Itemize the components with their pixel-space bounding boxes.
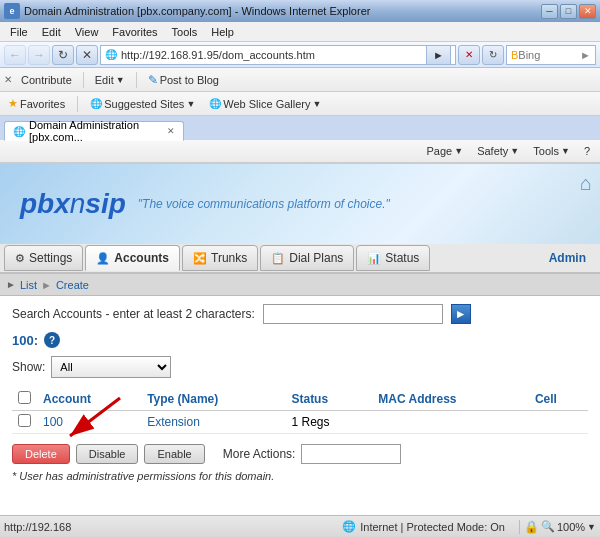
settings-label: Settings [29,251,72,265]
zoom-value: 100% [557,521,585,533]
close-button[interactable]: ✕ [579,4,596,19]
search-row: Search Accounts - enter at least 2 chara… [12,304,588,324]
type-link[interactable]: Extension [147,415,200,429]
forward-button[interactable]: → [28,45,50,65]
help-icon[interactable]: ? [44,332,60,348]
account-link[interactable]: 100 [43,415,63,429]
edit-label: Edit [95,74,114,86]
ie-logo-icon: e [4,3,20,19]
web-slice-icon: 🌐 [209,98,221,109]
nav-tab-trunks[interactable]: 🔀 Trunks [182,245,258,271]
admin-link[interactable]: Admin [539,251,596,265]
search-input[interactable] [518,49,580,61]
select-all-checkbox[interactable] [18,391,31,404]
post-to-blog-label: Post to Blog [160,74,219,86]
suggested-sites-label: Suggested Sites [104,98,184,110]
col-account: Account [37,388,141,411]
show-select[interactable]: All Active Inactive [51,356,171,378]
logo-tagline: "The voice communications platform of ch… [138,197,390,211]
nav-tab-settings[interactable]: ⚙ Settings [4,245,83,271]
minimize-button[interactable]: ─ [541,4,558,19]
tab-domain-admin[interactable]: 🌐 Domain Administration [pbx.com... ✕ [4,121,184,141]
menu-favorites[interactable]: Favorites [106,25,163,39]
enable-button[interactable]: Enable [144,444,204,464]
status-icon: 📊 [367,252,381,265]
page-dropdown-icon: ▼ [454,146,463,156]
tools-dropdown-icon: ▼ [561,146,570,156]
col-status: Status [285,388,372,411]
row-checkbox[interactable] [18,414,31,427]
address-ie-icon: 🌐 [105,49,117,60]
menu-tools[interactable]: Tools [166,25,204,39]
dial-plans-label: Dial Plans [289,251,343,265]
nav-tabs: ⚙ Settings 👤 Accounts 🔀 Trunks 📋 Dial Pl… [0,244,600,274]
search-field[interactable] [263,304,443,324]
favorites-button[interactable]: ★ Favorites [4,95,69,112]
search-box[interactable]: B ► [506,45,596,65]
toolbar-sep-1 [83,72,84,88]
logo-pbxn: pbxnsip [20,188,126,219]
page-button[interactable]: Page ▼ [421,143,470,159]
back-button[interactable]: ← [4,45,26,65]
logo-pbx: pbx [20,188,70,219]
favorites-label: Favorites [20,98,65,110]
note-text: * User has administrative permissions fo… [12,470,588,482]
disable-button[interactable]: Disable [76,444,139,464]
edit-dropdown-icon[interactable]: ▼ [116,75,125,85]
web-slice-gallery-button[interactable]: 🌐 Web Slice Gallery ▼ [205,96,325,112]
refresh-page-button[interactable]: ↻ [482,45,504,65]
delete-button[interactable]: Delete [12,444,70,464]
toolbar: ✕ Contribute Edit ▼ ✎ Post to Blog [0,68,600,92]
zoom-control[interactable]: 🔒 🔍 100% ▼ [519,520,596,534]
nav-tab-dial-plans[interactable]: 📋 Dial Plans [260,245,354,271]
status-url: http://192.168 [4,521,328,533]
action-row: Delete Disable Enable More Actions: [12,444,588,464]
window-controls[interactable]: ─ □ ✕ [541,4,596,19]
home-icon[interactable]: ⌂ [580,172,592,195]
menu-edit[interactable]: Edit [36,25,67,39]
contribute-button[interactable]: Contribute [16,72,77,88]
tab-bar: 🌐 Domain Administration [pbx.com... ✕ [0,116,600,140]
table-row: 100 Extension 1 Regs [12,411,588,434]
page-label: Page [427,145,453,157]
nav-tab-status[interactable]: 📊 Status [356,245,430,271]
show-row: Show: All Active Inactive [12,356,588,378]
breadcrumb-list[interactable]: List [20,279,37,291]
address-bar[interactable]: 🌐 ► [100,45,456,65]
search-go-icon[interactable]: ► [580,49,591,61]
refresh-button[interactable]: ↻ [52,45,74,65]
tab-close-icon[interactable]: ✕ [167,126,175,136]
col-type-name: Type (Name) [141,388,285,411]
status-bar: http://192.168 🌐 Internet | Protected Mo… [0,515,600,537]
post-to-blog-button[interactable]: ✎ Post to Blog [143,71,224,89]
maximize-button[interactable]: □ [560,4,577,19]
stop-button[interactable]: ✕ [76,45,98,65]
stop-load-button[interactable]: ✕ [458,45,480,65]
tools-button[interactable]: Tools ▼ [527,143,576,159]
tab-label: Domain Administration [pbx.com... [29,119,161,143]
count-link[interactable]: 100: [12,333,38,348]
address-input[interactable] [121,49,426,61]
status-label: Status [385,251,419,265]
help-button[interactable]: ? [578,143,596,159]
protected-mode-text: Internet | Protected Mode: On [360,521,505,533]
zoom-dropdown-icon[interactable]: ▼ [587,522,596,532]
safety-button[interactable]: Safety ▼ [471,143,525,159]
menu-file[interactable]: File [4,25,34,39]
suggested-sites-button[interactable]: 🌐 Suggested Sites ▼ [86,96,199,112]
accounts-icon: 👤 [96,252,110,265]
show-label: Show: [12,360,45,374]
more-actions-field[interactable] [301,444,401,464]
title-bar-left: e Domain Administration [pbx.company.com… [4,3,370,19]
col-cell: Cell [529,388,588,411]
safety-label: Safety [477,145,508,157]
menu-view[interactable]: View [69,25,105,39]
edit-button[interactable]: Edit ▼ [90,72,130,88]
search-button[interactable]: ► [451,304,471,324]
toolbar-sep-2 [136,72,137,88]
fav-sep [77,96,78,112]
go-button[interactable]: ► [426,45,451,65]
nav-tab-accounts[interactable]: 👤 Accounts [85,245,180,271]
breadcrumb-create[interactable]: Create [56,279,89,291]
menu-help[interactable]: Help [205,25,240,39]
